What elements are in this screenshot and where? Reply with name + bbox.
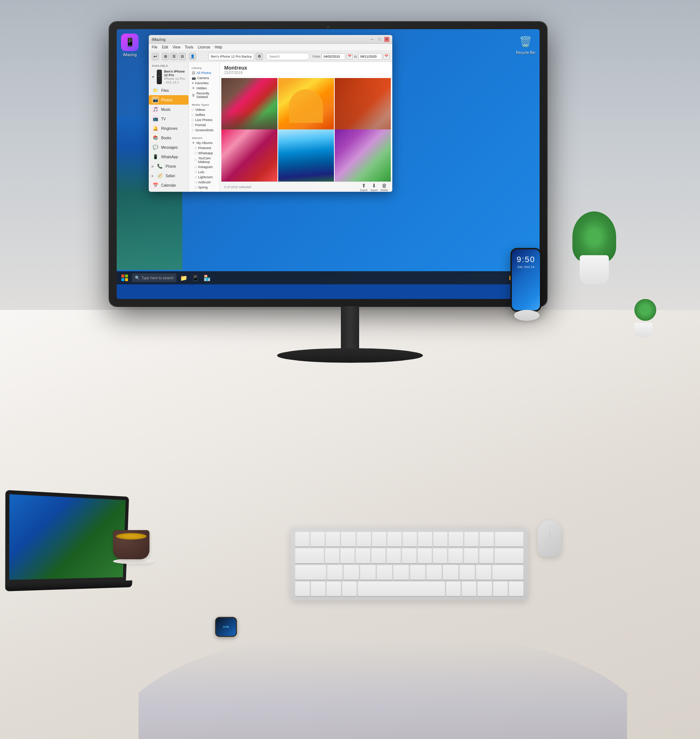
key-cmd-l[interactable] xyxy=(342,582,357,596)
key-ctrl-l[interactable] xyxy=(310,582,325,596)
library-item-whatsapp[interactable]: □ Whatsapp xyxy=(189,151,219,156)
library-item-airbrush[interactable]: □ AirBrush xyxy=(189,180,219,185)
key-semicolon[interactable] xyxy=(464,548,478,563)
key-period[interactable] xyxy=(459,565,475,580)
key-alt-r[interactable] xyxy=(462,582,476,596)
library-item-spring[interactable]: □ Spring xyxy=(189,185,219,190)
library-item-instagram[interactable]: □ Instagram xyxy=(189,165,219,169)
photo-thumb-4[interactable] xyxy=(221,129,278,182)
key-n[interactable] xyxy=(410,565,425,580)
key-c[interactable] xyxy=(360,565,375,580)
key-alt-l[interactable] xyxy=(326,582,341,596)
sidebar-item-calendar[interactable]: 📅 Calendar xyxy=(149,181,188,190)
sidebar-item-music[interactable]: 🎵 Music xyxy=(149,104,188,114)
person-button[interactable]: 👤 xyxy=(189,53,196,60)
key-quote[interactable] xyxy=(479,548,493,563)
menu-edit[interactable]: Edit xyxy=(162,45,168,49)
library-item-screenshots[interactable]: □ Screenshots xyxy=(189,128,219,133)
key-bracket-r[interactable] xyxy=(479,532,494,547)
key-tab[interactable] xyxy=(295,548,324,563)
key-esc[interactable] xyxy=(295,532,310,547)
key-e[interactable] xyxy=(341,532,356,547)
key-g[interactable] xyxy=(387,548,401,563)
key-j[interactable] xyxy=(418,548,432,563)
sidebar-item-ringtones[interactable]: 🔔 Ringtones xyxy=(149,123,188,133)
key-x[interactable] xyxy=(344,565,359,580)
photo-thumb-5[interactable] xyxy=(278,129,334,182)
recycle-bin-icon-group[interactable]: 🗑️ Recycle Bin xyxy=(516,34,535,55)
sidebar-item-tv[interactable]: 📺 TV xyxy=(149,114,188,123)
photo-thumb-1[interactable] xyxy=(221,78,278,134)
library-item-pinterest[interactable]: □ Pinterest xyxy=(189,145,219,151)
key-t[interactable] xyxy=(372,532,386,547)
import-button[interactable]: ⬇ Import xyxy=(371,183,378,191)
key-delete[interactable] xyxy=(495,532,523,547)
sidebar-item-contacts[interactable]: 👤 Contacts xyxy=(149,190,188,192)
menu-license[interactable]: License xyxy=(198,45,210,49)
minimize-button[interactable]: ─ xyxy=(370,37,375,42)
menu-file[interactable]: File xyxy=(151,45,157,49)
key-b[interactable] xyxy=(393,565,409,580)
maximize-button[interactable]: □ xyxy=(377,37,382,42)
photo-thumb-3[interactable] xyxy=(335,78,391,134)
taskbar-search-box[interactable]: 🔍 Type here to search xyxy=(132,273,176,282)
key-fn[interactable] xyxy=(295,582,310,596)
date-from-input[interactable] xyxy=(322,53,345,60)
key-r[interactable] xyxy=(357,532,371,547)
close-button[interactable]: ✕ xyxy=(384,37,390,42)
start-button[interactable] xyxy=(119,273,130,283)
library-item-selfies[interactable]: □ Selfies xyxy=(189,112,219,118)
key-return[interactable] xyxy=(495,548,524,563)
key-shift-r[interactable] xyxy=(493,565,524,580)
library-item-lightroom[interactable]: □ Lightroom xyxy=(189,175,219,180)
library-item-lulu[interactable]: □ Lulu xyxy=(189,169,219,175)
search-input[interactable] xyxy=(266,53,310,60)
date-from-calendar[interactable]: 📅 xyxy=(347,54,353,59)
date-to-input[interactable] xyxy=(358,53,382,60)
list-view-button[interactable]: ☰ xyxy=(170,53,178,60)
library-minus-button[interactable]: − xyxy=(199,191,205,192)
key-f[interactable] xyxy=(371,548,385,563)
key-v[interactable] xyxy=(376,565,392,580)
key-s[interactable] xyxy=(341,548,355,563)
library-item-favorites[interactable]: ♥ Favorites xyxy=(189,81,219,86)
sidebar-item-books[interactable]: 📚 Books xyxy=(149,133,188,143)
key-bracket-l[interactable] xyxy=(464,532,478,547)
taskbar-imazing[interactable]: 📱 xyxy=(190,273,200,283)
key-l[interactable] xyxy=(449,548,463,563)
key-o[interactable] xyxy=(434,532,448,547)
sidebar-item-phone[interactable]: ▶ 📞 Phone xyxy=(149,162,188,171)
library-item-my-albums[interactable]: ▼ My Albums xyxy=(189,140,219,145)
photo-thumb-6[interactable] xyxy=(335,129,391,182)
key-right[interactable] xyxy=(509,582,524,596)
key-slash[interactable] xyxy=(476,565,491,580)
key-z[interactable] xyxy=(327,565,342,580)
device-item[interactable]: ▼ 📱 Ben's iPhone 12 Pro iPhone 12 Pro - … xyxy=(149,68,188,86)
key-q[interactable] xyxy=(310,532,325,547)
key-d[interactable] xyxy=(356,548,370,563)
date-to-calendar[interactable]: 📅 xyxy=(384,54,390,59)
key-cmd-r[interactable] xyxy=(446,582,461,596)
key-k[interactable] xyxy=(433,548,447,563)
export-button[interactable]: ⬆ Export xyxy=(360,183,368,191)
library-add-button[interactable]: + xyxy=(192,191,198,192)
key-w[interactable] xyxy=(326,532,340,547)
library-item-camera[interactable]: 📷 Camera xyxy=(189,75,219,81)
sidebar-item-photos[interactable]: 📷 Photos xyxy=(149,95,188,104)
device-options-button[interactable]: ⚙ xyxy=(256,53,263,60)
delete-button[interactable]: 🗑 Delete xyxy=(381,183,388,191)
back-button[interactable]: ↩ xyxy=(151,53,159,60)
library-item-portrait[interactable]: □ Portrait xyxy=(189,122,219,128)
sidebar-item-safari[interactable]: ▶ 🧭 Safari xyxy=(149,171,188,181)
key-m[interactable] xyxy=(426,565,441,580)
desktop-icon-imazing[interactable]: 📱 iMazing xyxy=(121,34,138,57)
key-comma[interactable] xyxy=(443,565,458,580)
sidebar-item-whatsapp[interactable]: 📱 WhatsApp xyxy=(149,152,188,162)
menu-tools[interactable]: Tools xyxy=(185,45,193,49)
grid-view-button[interactable]: ⊞ xyxy=(162,53,169,60)
sidebar-item-messages[interactable]: 💬 Messages xyxy=(149,143,188,152)
key-up[interactable] xyxy=(493,582,508,596)
key-h[interactable] xyxy=(402,548,416,563)
taskbar-store[interactable]: 🏪 xyxy=(202,273,212,283)
key-shift-l[interactable] xyxy=(295,565,326,580)
